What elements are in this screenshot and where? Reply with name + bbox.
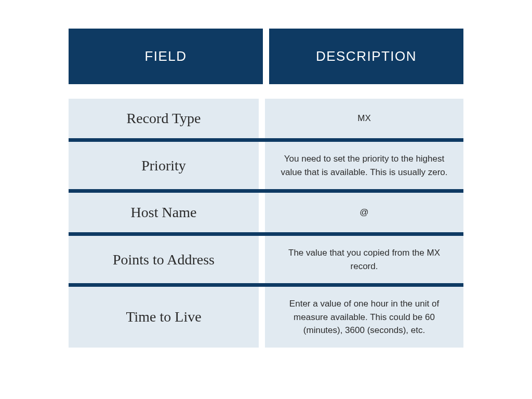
field-label: Points to Address [69, 236, 259, 283]
field-label: Host Name [69, 193, 259, 232]
dns-fields-table: FIELD DESCRIPTION Record Type MX Priorit… [69, 29, 463, 348]
table-row: Record Type MX [69, 99, 463, 142]
header-spacer [69, 84, 463, 99]
field-description: MX [265, 99, 463, 138]
field-description: You need to set the priority to the high… [265, 142, 463, 189]
table-row: Priority You need to set the priority to… [69, 142, 463, 193]
field-description: Enter a value of one hour in the unit of… [265, 287, 463, 348]
header-field: FIELD [69, 29, 263, 84]
table-header-row: FIELD DESCRIPTION [69, 29, 463, 84]
table-row: Host Name @ [69, 193, 463, 236]
field-description: The value that you copied from the MX re… [265, 236, 463, 283]
field-label: Record Type [69, 99, 259, 138]
table-row: Points to Address The value that you cop… [69, 236, 463, 287]
table-row: Time to Live Enter a value of one hour i… [69, 287, 463, 348]
field-description: @ [265, 193, 463, 232]
field-label: Priority [69, 142, 259, 189]
header-description: DESCRIPTION [269, 29, 463, 84]
field-label: Time to Live [69, 287, 259, 348]
